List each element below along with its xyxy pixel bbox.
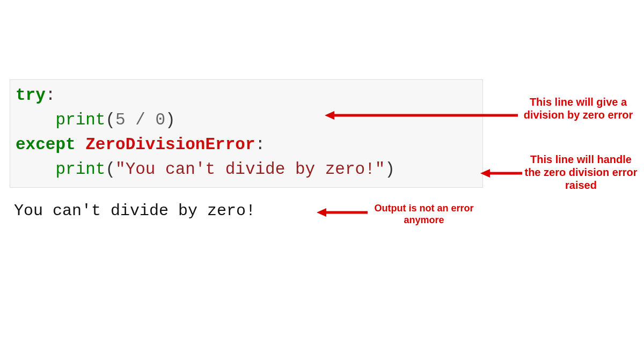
builtin-print: print: [55, 111, 105, 129]
indent: [16, 160, 55, 179]
string-literal: "You can't divide by zero!": [115, 160, 385, 179]
paren-close: ): [165, 111, 175, 129]
annotation-2: This line will handle the zero division …: [523, 153, 639, 192]
operator-divide: /: [135, 111, 145, 129]
builtin-print: print: [55, 160, 105, 179]
svg-marker-5: [317, 208, 326, 217]
space: [145, 111, 156, 129]
paren-close: ): [385, 160, 395, 179]
number-0: 0: [155, 111, 165, 129]
arrow-icon: [325, 110, 518, 121]
colon: :: [46, 86, 56, 105]
code-block: try: print(5 / 0) except ZeroDivisionErr…: [10, 79, 483, 188]
svg-marker-1: [325, 111, 334, 120]
space: [126, 111, 136, 129]
svg-marker-3: [480, 169, 490, 178]
output-text: You can't divide by zero!: [14, 202, 255, 220]
annotation-3: Output is not an error anymore: [370, 203, 478, 226]
code-line-1: try:: [16, 83, 477, 108]
code-line-4: print("You can't divide by zero!"): [16, 157, 477, 182]
indent: [16, 111, 55, 129]
arrow-icon: [480, 168, 522, 179]
number-5: 5: [115, 111, 126, 129]
arrow-icon: [317, 207, 368, 218]
keyword-try: try: [16, 86, 46, 105]
paren-open: (: [105, 160, 115, 179]
code-line-3: except ZeroDivisionError:: [16, 133, 477, 157]
space: [76, 135, 86, 154]
annotation-1: This line will give a division by zero e…: [523, 95, 633, 121]
paren-open: (: [105, 111, 115, 129]
exception-name: ZeroDivisionError: [85, 135, 255, 154]
colon: :: [255, 135, 266, 154]
keyword-except: except: [16, 135, 76, 154]
